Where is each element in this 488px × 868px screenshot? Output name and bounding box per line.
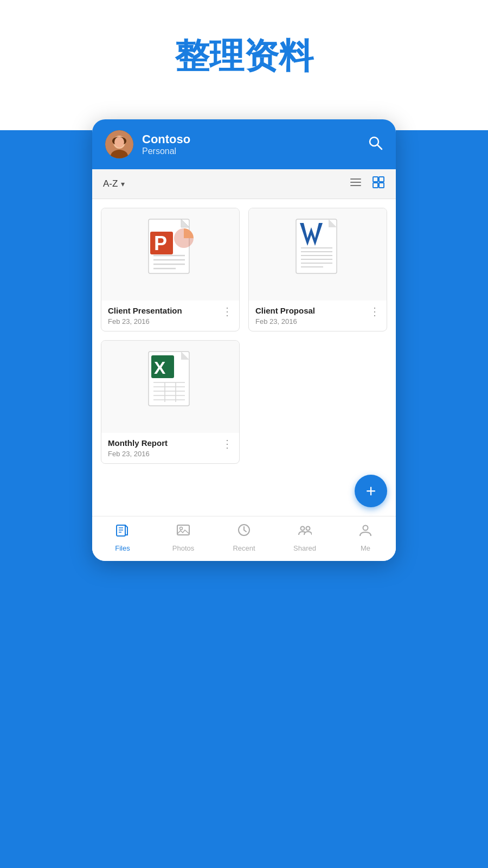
file-thumbnail-ppt: P — [101, 208, 239, 301]
svg-rect-13 — [379, 183, 384, 188]
files-grid: P Client Presentation Feb 23, 2016 — [101, 208, 387, 331]
files-row2: X Monthly Report Feb 23, 2016 ⋮ — [101, 340, 387, 464]
add-button[interactable]: + — [355, 475, 387, 507]
svg-point-51 — [301, 527, 305, 531]
file-info-word: Client Proposal Feb 23, 2016 ⋮ — [249, 301, 387, 331]
file-card-ppt[interactable]: P Client Presentation Feb 23, 2016 — [101, 208, 240, 331]
phone-container: Contoso Personal A-Z ▾ — [92, 119, 396, 561]
svg-line-6 — [377, 145, 382, 149]
svg-rect-10 — [373, 177, 378, 182]
svg-rect-44 — [117, 525, 125, 536]
file-thumbnail-excel: X — [101, 341, 239, 433]
account-name: Contoso — [142, 132, 359, 146]
search-button[interactable] — [368, 135, 383, 154]
view-toggle — [349, 176, 385, 192]
nav-label-shared: Shared — [293, 544, 316, 552]
file-name-ppt: Client Presentation — [108, 306, 217, 315]
me-icon — [358, 523, 373, 541]
file-card-excel[interactable]: X Monthly Report Feb 23, 2016 ⋮ — [101, 340, 240, 464]
svg-point-49 — [180, 527, 183, 530]
nav-item-photos[interactable]: Photos — [162, 523, 205, 552]
recent-icon — [237, 523, 251, 541]
sort-button[interactable]: A-Z ▾ — [103, 178, 125, 189]
nav-item-me[interactable]: Me — [344, 523, 387, 552]
nav-label-recent: Recent — [233, 544, 255, 552]
svg-point-53 — [363, 526, 368, 531]
sort-chevron-icon: ▾ — [121, 180, 125, 188]
nav-label-files: Files — [115, 544, 130, 552]
file-info-ppt: Client Presentation Feb 23, 2016 ⋮ — [101, 301, 239, 331]
svg-point-4 — [114, 137, 124, 148]
nav-item-files[interactable]: Files — [101, 523, 144, 552]
svg-rect-11 — [379, 177, 384, 182]
bottom-nav: Files Photos Recent — [92, 516, 396, 561]
photos-icon — [176, 523, 190, 541]
avatar — [105, 130, 133, 158]
nav-item-recent[interactable]: Recent — [222, 523, 266, 552]
file-more-ppt[interactable]: ⋮ — [217, 306, 233, 317]
file-name-excel: Monthly Report — [108, 438, 217, 448]
file-name-word: Client Proposal — [255, 306, 365, 315]
file-date-ppt: Feb 23, 2016 — [108, 317, 217, 326]
file-date-word: Feb 23, 2016 — [255, 317, 365, 326]
file-thumbnail-word — [249, 208, 387, 301]
files-icon — [115, 523, 130, 541]
svg-text:P: P — [154, 232, 167, 254]
file-date-excel: Feb 23, 2016 — [108, 450, 217, 458]
file-more-excel[interactable]: ⋮ — [217, 438, 233, 449]
svg-rect-12 — [373, 183, 378, 188]
svg-text:X: X — [154, 358, 166, 378]
files-area: P Client Presentation Feb 23, 2016 — [92, 199, 396, 475]
sort-label: A-Z — [103, 178, 118, 189]
nav-item-shared[interactable]: Shared — [283, 523, 326, 552]
svg-point-52 — [306, 527, 310, 531]
nav-label-me: Me — [361, 544, 370, 552]
file-card-word[interactable]: Client Proposal Feb 23, 2016 ⋮ — [248, 208, 387, 331]
list-view-icon[interactable] — [349, 176, 362, 192]
file-more-word[interactable]: ⋮ — [365, 306, 380, 317]
file-info-excel: Monthly Report Feb 23, 2016 ⋮ — [101, 433, 239, 463]
nav-label-photos: Photos — [172, 544, 194, 552]
fab-container: + — [92, 475, 396, 516]
shared-icon — [298, 523, 312, 541]
add-icon: + — [366, 481, 376, 501]
header-text: Contoso Personal — [142, 132, 359, 156]
files-toolbar: A-Z ▾ — [92, 169, 396, 199]
grid-view-icon[interactable] — [372, 176, 385, 192]
app-header: Contoso Personal — [92, 119, 396, 169]
page-title: 整理资料 — [0, 33, 488, 80]
svg-rect-48 — [177, 525, 189, 535]
account-subtitle: Personal — [142, 146, 359, 156]
